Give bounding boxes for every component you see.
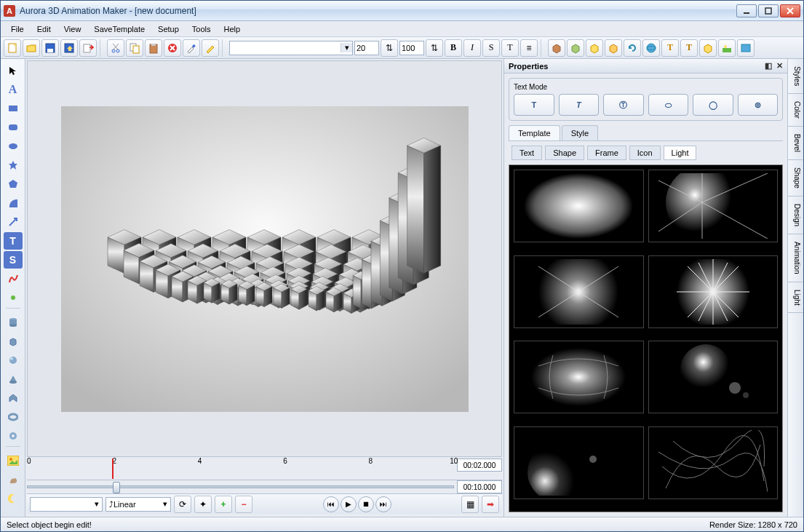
3d-box-3[interactable]: [586, 39, 603, 57]
timeline-slider[interactable]: [27, 480, 454, 493]
3d-box-5[interactable]: [699, 39, 717, 57]
3d-refresh[interactable]: [624, 39, 641, 57]
tool-roundrect[interactable]: [4, 119, 23, 136]
tool-pointer[interactable]: [4, 62, 23, 79]
current-time[interactable]: 00:02.000: [457, 458, 502, 472]
tab-template[interactable]: Template: [509, 125, 560, 140]
export-button[interactable]: [79, 39, 97, 57]
menu-tools[interactable]: Tools: [186, 23, 217, 35]
tool-arrow[interactable]: [4, 213, 23, 231]
tab-style[interactable]: Style: [562, 125, 598, 140]
text-mode-6[interactable]: ⊚: [738, 94, 779, 116]
light-preset-5[interactable]: [514, 341, 644, 413]
menu-savetemplate[interactable]: SaveTemplate: [88, 23, 151, 35]
text-spacing-button[interactable]: T: [501, 39, 519, 57]
easing-combo[interactable]: ⤴ Linear▾: [106, 497, 171, 512]
shape-torus[interactable]: [4, 408, 23, 426]
tool-pentagon[interactable]: [4, 175, 23, 193]
shape-tube[interactable]: [4, 427, 23, 445]
tool-ellipse[interactable]: [4, 138, 23, 155]
shape-prism[interactable]: [4, 389, 23, 407]
strike-button[interactable]: S: [482, 39, 500, 57]
pencil-button[interactable]: [202, 39, 219, 57]
maximize-button[interactable]: [758, 4, 779, 17]
skip-back-button[interactable]: ⏮: [323, 496, 339, 512]
sidetab-design[interactable]: Design: [788, 196, 803, 234]
stop-button[interactable]: ⏹: [358, 496, 374, 512]
menu-setup[interactable]: Setup: [152, 23, 185, 35]
sidetab-styles[interactable]: Styles: [788, 59, 803, 94]
italic-button[interactable]: I: [463, 39, 481, 57]
bold-button[interactable]: B: [445, 39, 462, 57]
bg-rock[interactable]: [4, 471, 23, 488]
light-preset-3[interactable]: [514, 255, 644, 328]
light-preset-7[interactable]: [514, 426, 644, 499]
paste-button[interactable]: [145, 39, 162, 57]
render-export-button[interactable]: ➡: [482, 496, 499, 513]
subtab-shape[interactable]: Shape: [545, 146, 584, 160]
menu-help[interactable]: Help: [218, 23, 247, 35]
subtab-icon[interactable]: Icon: [629, 146, 661, 160]
tool-point[interactable]: [4, 289, 23, 306]
font-size-1[interactable]: 20: [354, 41, 379, 55]
delete-button[interactable]: [164, 39, 181, 57]
close-panel-icon[interactable]: ✕: [776, 61, 783, 71]
eyedropper-button[interactable]: [183, 39, 200, 57]
loop-button[interactable]: ⟳: [174, 496, 191, 513]
render-frame-button[interactable]: ▦: [461, 496, 479, 513]
shape-cylinder[interactable]: [4, 314, 23, 331]
sidetab-light[interactable]: Light: [788, 282, 803, 314]
3d-panel[interactable]: [737, 39, 755, 57]
light-gallery[interactable]: [509, 164, 783, 512]
sidetab-color[interactable]: Color: [788, 94, 803, 127]
light-preset-6[interactable]: [648, 341, 779, 413]
timeline-ruler[interactable]: 0 2 4 6 8 10: [27, 458, 454, 480]
tool-curve[interactable]: [4, 270, 23, 287]
text-mode-3[interactable]: Ⓣ: [603, 94, 644, 116]
skip-fwd-button[interactable]: ⏭: [375, 496, 391, 512]
text-mode-5[interactable]: ◯: [693, 94, 733, 116]
shape-cube[interactable]: [4, 333, 23, 350]
new-button[interactable]: [4, 39, 21, 57]
remove-key-button[interactable]: −: [235, 496, 252, 513]
save-button[interactable]: [41, 39, 59, 57]
cut-button[interactable]: [107, 39, 124, 57]
menu-edit[interactable]: Edit: [31, 23, 57, 35]
shape-cone[interactable]: [4, 370, 23, 388]
light-preset-2[interactable]: [648, 170, 779, 242]
copy-button[interactable]: [126, 39, 143, 57]
layers-button[interactable]: ≡: [520, 39, 538, 57]
3d-t-2[interactable]: T: [680, 39, 698, 57]
font-size-2[interactable]: 100: [399, 41, 424, 55]
light-preset-1[interactable]: [514, 170, 644, 242]
subtab-frame[interactable]: Frame: [587, 146, 626, 160]
text-mode-4[interactable]: ⬭: [648, 94, 689, 116]
3d-t-1[interactable]: T: [661, 39, 679, 57]
playhead[interactable]: [112, 458, 114, 479]
bg-moon[interactable]: [4, 490, 23, 507]
light-preset-8[interactable]: [648, 426, 779, 499]
tool-3d-text-s[interactable]: S: [4, 251, 23, 269]
font-combo[interactable]: ▾: [229, 41, 353, 55]
sidetab-animation[interactable]: Animation: [788, 234, 803, 282]
duration-time[interactable]: 00:10.000: [457, 480, 502, 493]
light-preset-4[interactable]: [648, 255, 779, 328]
add-key-button[interactable]: +: [215, 496, 232, 513]
sidetab-bevel[interactable]: Bevel: [788, 127, 803, 160]
wand-button[interactable]: ✦: [194, 496, 212, 513]
menu-file[interactable]: File: [5, 23, 30, 35]
close-button[interactable]: [780, 4, 800, 17]
text-mode-2[interactable]: T: [559, 94, 600, 116]
object-combo[interactable]: ▾: [30, 497, 103, 512]
3d-box-2[interactable]: [567, 39, 584, 57]
3d-globe[interactable]: [642, 39, 660, 57]
3d-box-4[interactable]: [605, 39, 622, 57]
undock-icon[interactable]: ◧: [765, 61, 772, 71]
menu-view[interactable]: View: [58, 23, 87, 35]
size-stepper-1[interactable]: ⇅: [381, 39, 398, 57]
play-button[interactable]: ▶: [341, 496, 357, 512]
subtab-text[interactable]: Text: [512, 146, 542, 160]
minimize-button[interactable]: [736, 4, 757, 17]
tool-3d-text-t[interactable]: T: [4, 232, 23, 250]
open-button[interactable]: [23, 39, 40, 57]
